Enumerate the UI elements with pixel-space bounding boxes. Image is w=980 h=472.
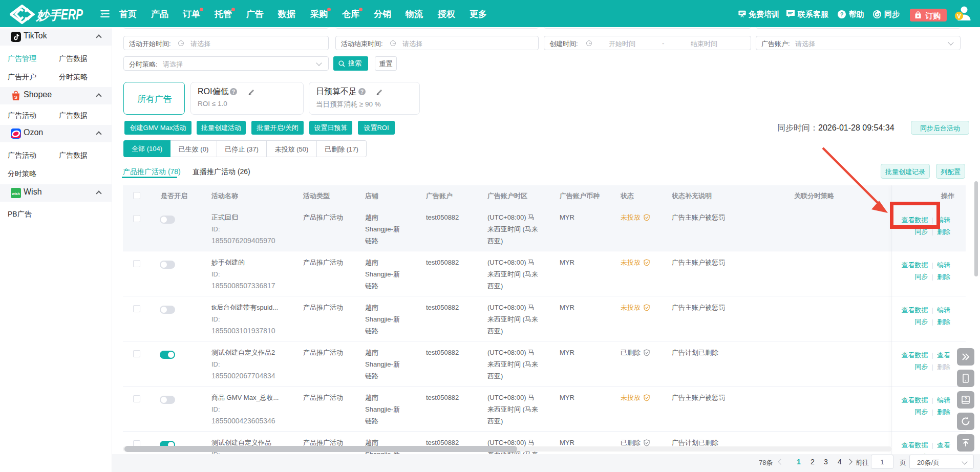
svg-text:wish: wish bbox=[11, 192, 20, 196]
svg-text:?: ? bbox=[964, 396, 967, 401]
svg-text:?: ? bbox=[840, 11, 844, 17]
svg-text:?: ? bbox=[360, 89, 364, 95]
svg-text:S: S bbox=[14, 94, 17, 100]
svg-text:?: ? bbox=[232, 89, 235, 95]
svg-text:V: V bbox=[957, 13, 961, 20]
